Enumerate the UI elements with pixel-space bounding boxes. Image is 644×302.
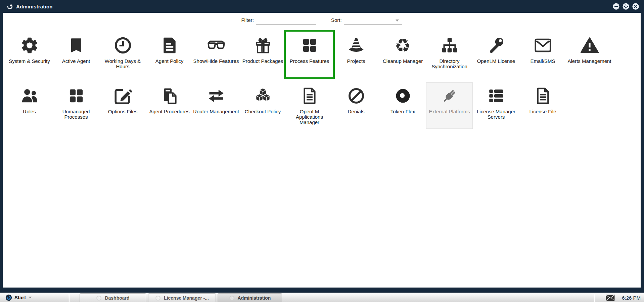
cubes-icon xyxy=(252,85,274,107)
tile-cleanup-manager[interactable]: ♻ Cleanup Manager xyxy=(379,32,426,77)
tile-label: Checkout Policy xyxy=(245,109,281,114)
tile-label: System & Security xyxy=(9,59,50,64)
task-label: Dashboard xyxy=(105,295,129,301)
tile-label: Projects xyxy=(347,59,365,64)
close-button[interactable] xyxy=(632,3,639,10)
start-button[interactable]: Start xyxy=(4,293,33,302)
window-title: Administration xyxy=(16,4,53,9)
task-button-dashboard[interactable]: Dashboard xyxy=(80,293,146,302)
recycle-icon: ♻ xyxy=(392,35,414,56)
tile-denials[interactable]: Denials xyxy=(333,82,379,134)
tile-external-platforms[interactable]: External Platforms xyxy=(426,82,473,129)
tile-alerts-management[interactable]: Alerts Management xyxy=(566,32,613,77)
admin-icon-grid: System & Security Active Agent Working D… xyxy=(6,32,641,134)
warning-icon xyxy=(579,35,601,56)
tile-label: Active Agent xyxy=(62,59,90,64)
tile-agent-procedures[interactable]: Agent Procedures xyxy=(146,82,193,134)
document-outline-icon xyxy=(298,85,321,107)
tile-label: Cleanup Manager xyxy=(383,59,423,64)
clock-icon xyxy=(112,35,134,56)
tile-label: Router Management xyxy=(193,109,239,114)
task-label: License Manager -... xyxy=(164,295,209,301)
tile-label: Alerts Management xyxy=(567,59,611,64)
grid-squares-icon xyxy=(298,35,321,56)
minimize-button[interactable] xyxy=(612,3,620,10)
sitemap-icon xyxy=(439,35,461,56)
tile-options-files[interactable]: Options Files xyxy=(99,82,146,134)
openlm-start-logo-icon xyxy=(5,294,12,301)
filter-sort-toolbar: Filter: Sort: xyxy=(3,13,641,32)
start-label: Start xyxy=(14,295,26,300)
tile-active-agent[interactable]: Active Agent xyxy=(53,32,99,77)
filter-label: Filter: xyxy=(241,16,254,25)
tile-label: Roles xyxy=(23,109,36,114)
maximize-button[interactable] xyxy=(622,3,630,10)
tile-label: Denials xyxy=(348,109,364,114)
tile-label: Directory Synchronization xyxy=(426,59,473,69)
document-filled-icon xyxy=(158,35,181,56)
tile-show-hide-features[interactable]: Show/Hide Features xyxy=(193,32,239,77)
tile-label: Token-Flex xyxy=(390,109,415,114)
tile-token-flex[interactable]: Token-Flex xyxy=(379,82,426,134)
sort-dropdown[interactable] xyxy=(344,16,402,25)
bookmark-icon xyxy=(65,35,87,56)
tile-license-file[interactable]: License File xyxy=(519,82,566,134)
sort-label: Sort: xyxy=(331,16,342,25)
app-ghost-icon xyxy=(96,295,102,301)
tile-router-management[interactable]: Router Management xyxy=(193,82,239,134)
tile-label: Process Features xyxy=(290,59,329,64)
window-content: Filter: Sort: System & Security xyxy=(3,13,641,288)
record-circle-icon xyxy=(392,85,414,107)
tile-label: Email/SMS xyxy=(530,59,555,64)
sort-selected-value xyxy=(344,17,346,23)
tile-license-manager-servers[interactable]: License Manager Servers xyxy=(473,82,519,134)
task-button-administration[interactable]: Administration xyxy=(218,293,282,302)
task-button-license-manager[interactable]: License Manager -... xyxy=(148,293,216,302)
taskbar: Start Dashboard License Manager -... Adm… xyxy=(0,293,644,302)
tile-label: OpenLM Applications Manager xyxy=(286,109,333,125)
traffic-cone-icon xyxy=(345,35,367,56)
window-controls xyxy=(612,3,639,10)
app-ghost-icon xyxy=(229,295,235,301)
chevron-down-icon xyxy=(29,297,32,298)
chevron-down-icon xyxy=(396,20,399,22)
titlebar: Administration xyxy=(3,0,641,13)
edit-square-icon xyxy=(112,85,134,107)
swap-arrows-icon xyxy=(205,85,227,107)
tile-label: OpenLM License xyxy=(477,59,515,64)
tile-label: Unmanaged Processes xyxy=(53,109,99,120)
filter-input[interactable] xyxy=(256,16,316,25)
tile-working-days-hours[interactable]: Working Days & Hours xyxy=(99,32,146,77)
tile-label: Working Days & Hours xyxy=(99,59,146,69)
ban-icon xyxy=(345,85,367,107)
openlm-logo-icon xyxy=(7,3,13,10)
tile-system-security[interactable]: System & Security xyxy=(6,32,53,77)
plug-icon xyxy=(439,85,461,107)
tile-openlm-applications-manager[interactable]: OpenLM Applications Manager xyxy=(286,82,333,134)
tile-checkout-policy[interactable]: Checkout Policy xyxy=(239,82,286,134)
taskbar-divider xyxy=(69,294,69,302)
tile-unmanaged-processes[interactable]: Unmanaged Processes xyxy=(53,82,99,134)
gift-icon xyxy=(252,35,274,56)
taskbar-divider xyxy=(594,294,594,302)
tile-agent-policy[interactable]: Agent Policy xyxy=(146,32,193,77)
document-outline-icon xyxy=(532,85,554,107)
users-icon xyxy=(18,85,41,107)
tile-roles[interactable]: Roles xyxy=(6,82,53,134)
tile-label: Options Files xyxy=(108,109,138,114)
tile-product-packages[interactable]: Product Packages xyxy=(239,32,286,77)
tile-openlm-license[interactable]: OpenLM License xyxy=(473,32,519,77)
3d-glasses-icon xyxy=(205,35,227,56)
app-ghost-icon xyxy=(155,295,161,301)
tile-label: License Manager Servers xyxy=(473,109,519,120)
tile-directory-synchronization[interactable]: Directory Synchronization xyxy=(426,32,473,77)
mail-tray-icon[interactable] xyxy=(606,295,615,301)
tile-email-sms[interactable]: Email/SMS xyxy=(519,32,566,77)
tile-label: Product Packages xyxy=(242,59,283,64)
tile-process-features[interactable]: Process Features xyxy=(286,32,333,77)
gear-icon xyxy=(18,35,41,56)
copy-pages-icon xyxy=(158,85,181,107)
tile-projects[interactable]: Projects xyxy=(333,32,379,77)
task-label: Administration xyxy=(238,295,271,301)
key-icon xyxy=(485,35,507,56)
